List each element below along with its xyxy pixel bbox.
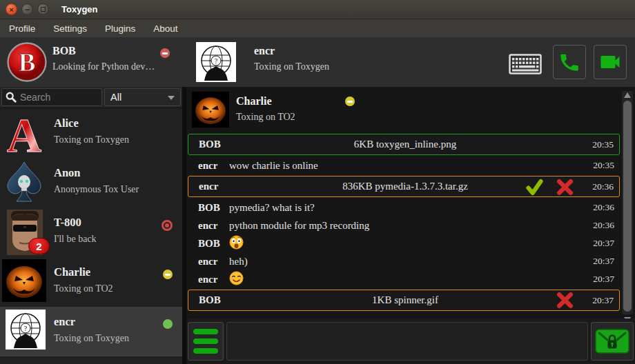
message-sender: BOB — [188, 238, 229, 250]
send-message-button[interactable] — [591, 322, 634, 361]
svg-text:B: B — [19, 48, 36, 77]
chat-peer-name: Charlie — [236, 95, 272, 108]
cancel-file-button[interactable] — [556, 292, 574, 309]
contact-anon[interactable]: Anon Anonymous Tox User — [0, 158, 182, 208]
self-avatar[interactable]: B — [7, 42, 47, 82]
accept-file-button[interactable] — [525, 178, 544, 196]
video-call-button[interactable] — [594, 45, 627, 79]
self-status-busy-icon[interactable] — [160, 48, 170, 58]
friend-avatar: ? — [196, 42, 236, 82]
filter-value: All — [110, 92, 121, 103]
pumpkin-avatar-graphic — [192, 91, 229, 128]
keyboard-icon — [509, 54, 542, 74]
message-sender: encr — [188, 274, 229, 285]
message-row: encr heh) 20:37 — [188, 252, 620, 270]
smiling-face-emoji-icon — [229, 271, 244, 285]
menu-settings[interactable]: Settings — [44, 19, 96, 37]
svg-text:A: A — [7, 110, 42, 156]
hamburger-icon — [193, 329, 218, 334]
sidebar: All A Alice Toxing on Toxygen — [0, 87, 182, 364]
scrollbar-thumb[interactable] — [623, 101, 632, 312]
message-time: 20:35 — [581, 160, 620, 171]
maximize-icon — [41, 7, 46, 12]
contact-t800[interactable]: T-800 I'll be back 2 — [0, 208, 182, 257]
message-sender: BOB — [188, 202, 229, 214]
search-input[interactable] — [20, 92, 98, 103]
svg-text:?: ? — [24, 325, 28, 332]
menu-profile[interactable]: Profile — [0, 19, 44, 37]
file-transfer-label: 1KB spinner.gif — [230, 294, 580, 306]
message-emoji — [229, 271, 581, 288]
contact-status-message: Toxing on Toxygen — [54, 134, 129, 145]
contact-filter-dropdown[interactable]: All — [104, 88, 181, 106]
menubar: Profile Settings Plugins About — [0, 19, 635, 37]
message-text: pymedia? what is it? — [229, 202, 581, 214]
contact-name: Alice — [54, 117, 79, 130]
message-time: 20:37 — [581, 256, 620, 267]
message-text: wow charlie is online — [229, 160, 581, 172]
friend-name: encr — [254, 45, 275, 57]
decline-file-button[interactable] — [556, 179, 574, 196]
message-row: encr python module for mp3 recording 20:… — [188, 216, 620, 234]
message-text: python module for mp3 recording — [229, 220, 581, 232]
status-busy-icon — [162, 220, 173, 231]
menu-plugins[interactable]: Plugins — [96, 19, 144, 37]
message-row: encr wow charlie is online 20:35 — [188, 156, 620, 174]
maximize-button[interactable] — [37, 3, 49, 15]
message-sender: BOB — [188, 139, 230, 150]
message-input-bar — [186, 318, 635, 364]
contact-alice[interactable]: A Alice Toxing on Toxygen — [0, 108, 182, 158]
message-time: 20:36 — [580, 181, 619, 192]
message-time: 20:37 — [581, 238, 620, 249]
spade-skull-avatar-graphic — [2, 160, 46, 205]
alice-avatar-graphic: A — [2, 110, 46, 156]
titlebar: × − Toxygen — [0, 0, 635, 19]
search-icon — [6, 92, 17, 103]
self-status-message[interactable]: Looking for Python dev… — [52, 61, 155, 72]
video-camera-icon — [598, 50, 623, 74]
message-list: BOB 6KB toxygen_inline.png 20:35 encr wo… — [188, 132, 620, 316]
file-transfer-actions — [556, 292, 574, 309]
friend-status-message: Toxing on Toxygen — [254, 61, 329, 72]
message-file-transfer[interactable]: BOB 6KB toxygen_inline.png 20:35 — [188, 134, 620, 155]
avatar — [2, 160, 46, 205]
message-file-transfer[interactable]: encr 836KB pymedia-1.3.7.3.tar.gz 20:36 — [188, 176, 620, 197]
svg-text:?: ? — [215, 57, 218, 65]
smileys-menu-button[interactable] — [188, 322, 224, 361]
message-sender: encr — [188, 220, 229, 232]
contact-encr[interactable]: ? encr Toxing on Toxygen — [0, 307, 182, 356]
message-time: 20:37 — [581, 274, 620, 285]
chat-scrollbar[interactable] — [622, 91, 633, 314]
contact-status-message: Toxing on TO2 — [54, 283, 113, 294]
contact-charlie[interactable]: Charlie Toxing on TO2 — [0, 257, 182, 307]
toxygen-window: × − Toxygen Profile Settings Plugins Abo… — [0, 0, 635, 364]
minimize-button[interactable]: − — [21, 3, 33, 15]
audio-call-button[interactable] — [553, 45, 586, 79]
avatar: A — [2, 110, 46, 156]
contact-status-message: I'll be back — [54, 234, 97, 245]
message-file-transfer[interactable]: BOB 1KB spinner.gif 20:37 — [188, 290, 620, 311]
scroll-up-arrow-icon[interactable] — [624, 92, 631, 98]
menu-about[interactable]: About — [144, 19, 186, 37]
phone-icon — [558, 50, 581, 74]
contact-status-message: Anonymous Tox User — [54, 184, 139, 195]
search-box[interactable] — [1, 88, 102, 106]
bob-avatar-graphic: B — [7, 42, 47, 82]
message-input[interactable] — [226, 322, 588, 361]
status-online-icon — [163, 319, 173, 329]
top-panel: B BOB Looking for Python dev… ? encr Tox… — [0, 37, 635, 87]
avatar: ? — [6, 309, 46, 350]
message-time: 20:37 — [580, 295, 619, 306]
chat-panel: Charlie Toxing on TO2 BOB 6KB toxygen_in… — [186, 87, 635, 364]
screen-keyboard-button[interactable] — [509, 54, 542, 77]
self-name[interactable]: BOB — [52, 45, 76, 57]
encrypted-send-icon — [594, 327, 630, 356]
message-time: 20:35 — [580, 139, 619, 150]
chat-peer-avatar — [192, 91, 229, 128]
contact-name: Anon — [54, 166, 81, 180]
contact-status-message: Toxing on Toxygen — [54, 333, 129, 344]
close-button[interactable]: × — [6, 3, 17, 15]
message-emoji — [229, 235, 581, 252]
file-transfer-actions — [525, 178, 574, 196]
message-sender: encr — [188, 160, 229, 172]
